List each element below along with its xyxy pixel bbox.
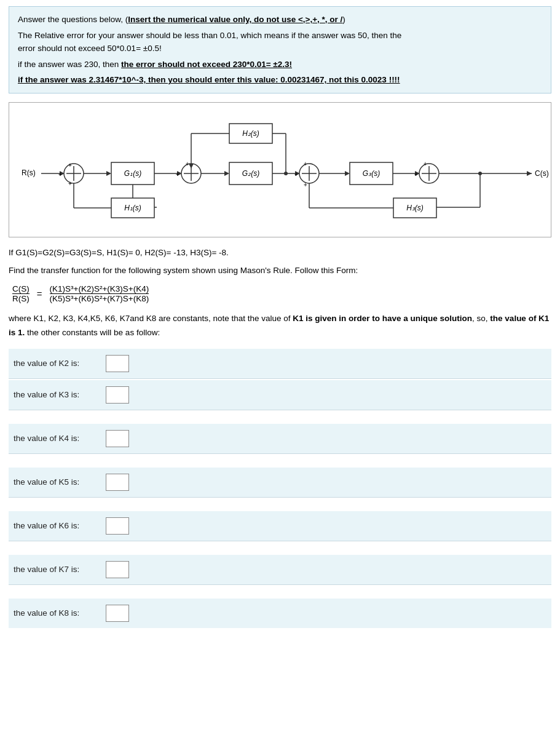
instruction-line1: Answer the questions below, (Insert the … — [18, 13, 542, 26]
k6-row: the value of K6 is: — [9, 511, 551, 541]
k8-input[interactable] — [106, 605, 129, 622]
g3-label: G₃(s) — [363, 169, 380, 178]
branch-output — [478, 172, 482, 175]
tf-lhs-num: C(S) — [12, 284, 30, 293]
ah-output — [527, 171, 532, 176]
g1-label: G₁(s) — [124, 169, 141, 178]
tf-rhs: (K1)S³+(K2)S²+(K3)S+(K4) (K5)S³+(K6)S²+(… — [50, 284, 149, 303]
sj1-plus-top: + — [68, 162, 72, 169]
k5-row: the value of K5 is: — [9, 468, 551, 498]
sj1-plus-left: + — [58, 171, 62, 178]
sj1-plus-bot: + — [68, 180, 72, 187]
k7-label: the value of K7 is: — [14, 565, 106, 574]
sj2-plus-left: + — [176, 171, 179, 178]
spacer4 — [9, 543, 551, 555]
k3-row: the value of K3 is: — [9, 380, 551, 410]
k5-input[interactable] — [106, 474, 129, 491]
branch-g2 — [284, 172, 288, 175]
ah-sj2-g2 — [224, 171, 229, 176]
find-text: Find the transfer function for the follo… — [9, 264, 551, 278]
spacer3 — [9, 499, 551, 511]
k3-input[interactable] — [106, 386, 129, 404]
instruction-bold4: if the answer was 2.31467*10^-3, then yo… — [18, 75, 400, 84]
conditions-text: If G1(S)=G2(S)=G3(S)=S, H1(S)= 0, H2(S)=… — [9, 246, 551, 260]
input-label: R(s) — [22, 169, 36, 177]
k4-input[interactable] — [106, 430, 129, 447]
k5-label: the value of K5 is: — [14, 477, 106, 487]
k2-input[interactable] — [106, 355, 129, 372]
constants-bold1: K1 is given in order to have a unique so… — [293, 314, 472, 323]
tf-equals: = — [37, 288, 42, 299]
instruction-bold1: Insert the numerical value only, do not … — [128, 15, 342, 24]
h2-label: H₂(s) — [242, 129, 259, 138]
inputs-container: the value of K2 is: the value of K3 is: … — [9, 349, 551, 628]
transfer-function: C(S) R(S) = (K1)S³+(K2)S²+(K3)S+(K4) (K5… — [9, 284, 551, 303]
k3-label: the value of K3 is: — [14, 390, 106, 399]
sj3-plus-left: + — [294, 171, 298, 178]
k8-label: the value of K8 is: — [14, 608, 106, 618]
h1-label: H₁(s) — [124, 204, 141, 212]
k4-label: the value of K4 is: — [14, 434, 106, 443]
h3-label: H₃(s) — [406, 204, 424, 212]
constants-paragraph: where K1, K2, K3, K4,K5, K6, K7and K8 ar… — [9, 312, 551, 340]
sj2-plus-top: + — [186, 161, 189, 167]
k2-label: the value of K2 is: — [14, 359, 106, 368]
spacer5 — [9, 586, 551, 599]
output-label: C(s) — [535, 169, 549, 178]
k7-row: the value of K7 is: — [9, 555, 551, 585]
k6-label: the value of K6 is: — [14, 521, 106, 530]
k6-input[interactable] — [106, 517, 129, 535]
g2-label: G₂(s) — [242, 169, 259, 178]
ah-sj1-g1 — [106, 171, 111, 176]
block-diagram: R(s) + + + G₁(s) + + — [9, 102, 551, 237]
sj4-plus-left: + — [414, 171, 418, 178]
diagram-svg: R(s) + + + G₁(s) + + — [15, 115, 550, 226]
spacer2 — [9, 455, 551, 468]
instructions-box: Answer the questions below, (Insert the … — [9, 6, 551, 94]
sj3-plus-bot: + — [304, 181, 307, 188]
spacer1 — [9, 412, 551, 424]
sj4-plus-top: + — [424, 161, 427, 167]
k2-row: the value of K2 is: — [9, 349, 551, 379]
k4-row: the value of K4 is: — [9, 424, 551, 454]
instruction-line3: if the answer was 230, then the error sh… — [18, 58, 542, 71]
tf-rhs-num: (K1)S³+(K2)S²+(K3)S+(K4) — [50, 284, 149, 293]
instruction-line2: The Relative error for your answer shoul… — [18, 29, 542, 55]
constants-text: where K1, K2, K3, K4,K5, K6, K7and K8 ar… — [9, 312, 551, 340]
tf-lhs-den: R(S) — [12, 294, 30, 303]
page: Answer the questions below, (Insert the … — [0, 0, 560, 635]
tf-rhs-den: (K5)S³+(K6)S²+(K7)S+(K8) — [50, 294, 149, 303]
k7-input[interactable] — [106, 561, 129, 578]
tf-lhs: C(S) R(S) — [12, 284, 30, 303]
problem-text: If G1(S)=G2(S)=G3(S)=S, H1(S)= 0, H2(S)=… — [9, 246, 551, 278]
sj3-plus-top: + — [304, 161, 307, 167]
k8-row: the value of K8 is: — [9, 599, 551, 628]
instruction-line4: if the answer was 2.31467*10^-3, then yo… — [18, 73, 542, 87]
ah-sj3-g3 — [345, 171, 350, 176]
instruction-bold3: the error should not exceed 230*0.01= ±2… — [121, 60, 292, 69]
